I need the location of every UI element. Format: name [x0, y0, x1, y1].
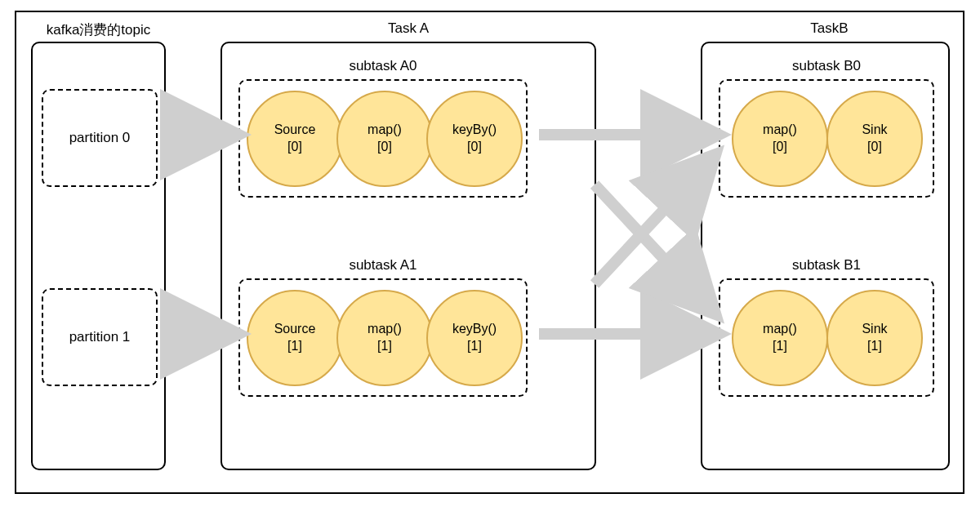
- subtask-a1-title: subtask A1: [240, 257, 526, 274]
- op-index: [0]: [377, 139, 392, 156]
- op-index: [1]: [867, 338, 882, 355]
- op-source-0: Source [0]: [247, 91, 343, 187]
- op-map-b1: map() [1]: [732, 290, 828, 386]
- task-a-title: Task A: [220, 20, 596, 37]
- op-index: [1]: [467, 338, 482, 355]
- task-b-title: TaskB: [701, 20, 958, 37]
- task-a-box: subtask A0 Source [0] map() [0] keyBy() …: [220, 42, 596, 470]
- subtask-b0-title: subtask B0: [720, 58, 933, 74]
- op-keyby-1: keyBy() [1]: [426, 290, 523, 386]
- op-index: [1]: [287, 338, 302, 355]
- subtask-a1-box: subtask A1 Source [1] map() [1] keyBy() …: [238, 278, 528, 397]
- op-label: Source: [274, 321, 316, 338]
- op-index: [1]: [773, 338, 787, 355]
- subtask-a0-box: subtask A0 Source [0] map() [0] keyBy() …: [238, 79, 528, 198]
- subtask-b0-box: subtask B0 map() [0] Sink [0]: [719, 79, 934, 198]
- op-sink-b1: Sink [1]: [826, 290, 923, 386]
- op-index: [1]: [377, 338, 392, 355]
- op-sink-b0: Sink [0]: [826, 91, 923, 187]
- kafka-topic-title: kafka消费的topic: [31, 20, 166, 39]
- subtask-b1-box: subtask B1 map() [1] Sink [1]: [719, 278, 934, 397]
- op-label: map(): [368, 321, 402, 338]
- diagram-outer-frame: kafka消费的topic Task A TaskB partition 0 p…: [15, 11, 964, 494]
- op-label: map(): [368, 122, 402, 139]
- op-label: keyBy(): [452, 122, 497, 139]
- partition-0-box: partition 0: [42, 89, 158, 187]
- partition-1-box: partition 1: [42, 288, 158, 386]
- op-keyby-0: keyBy() [0]: [426, 91, 523, 187]
- op-index: [0]: [773, 139, 787, 156]
- partition-1-label: partition 1: [43, 329, 156, 345]
- op-map-0: map() [0]: [336, 91, 433, 187]
- op-index: [0]: [467, 139, 482, 156]
- subtask-a0-title: subtask A0: [240, 58, 526, 74]
- op-label: Source: [274, 122, 316, 139]
- task-b-box: subtask B0 map() [0] Sink [0] subtask B1…: [701, 42, 950, 470]
- op-label: Sink: [862, 122, 887, 139]
- op-map-b0: map() [0]: [732, 91, 828, 187]
- op-index: [0]: [287, 139, 302, 156]
- op-index: [0]: [867, 139, 882, 156]
- kafka-topic-box: partition 0 partition 1: [31, 42, 166, 470]
- partition-0-label: partition 0: [43, 130, 156, 146]
- op-label: Sink: [862, 321, 887, 338]
- op-label: map(): [763, 321, 797, 338]
- subtask-b1-title: subtask B1: [720, 257, 933, 274]
- op-label: map(): [763, 122, 797, 139]
- op-label: keyBy(): [452, 321, 497, 338]
- op-source-1: Source [1]: [247, 290, 343, 386]
- op-map-1: map() [1]: [336, 290, 433, 386]
